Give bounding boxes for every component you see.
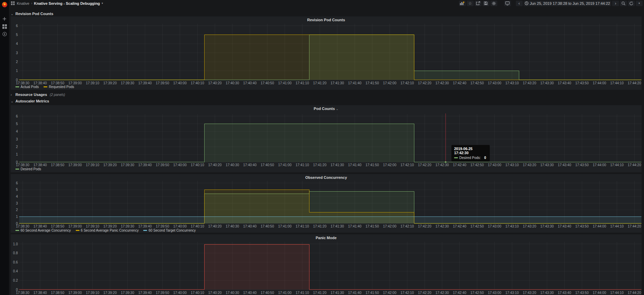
x-axis-label: 17:44:00 — [593, 291, 606, 295]
legend-series-label: Actual Pods — [21, 85, 39, 89]
breadcrumb-folder[interactable]: Knative — [17, 1, 29, 5]
tooltip-series-label: Desired Pods: — [459, 156, 481, 160]
x-axis-label: 17:40:00 — [173, 163, 187, 167]
dashboard-title[interactable]: Knative Serving - Scaling Debugging — [34, 1, 100, 5]
x-axis-label: 17:39:50 — [156, 291, 169, 295]
legend-series-dash — [44, 86, 47, 87]
x-axis-label: 17:39:00 — [69, 163, 82, 167]
top-navbar: Knative › Knative Serving - Scaling Debu… — [9, 0, 644, 7]
x-axis-label: 17:42:30 — [436, 224, 449, 228]
x-axis-label: 17:39:00 — [69, 291, 82, 295]
chart-canvas[interactable]: 012345617:38:3017:38:4017:38:5017:39:001… — [11, 16, 642, 90]
y-axis-label: 5 — [16, 188, 18, 192]
chart-canvas[interactable]: 012345617:38:3017:38:4017:38:5017:39:001… — [11, 174, 642, 233]
share-button[interactable] — [475, 1, 482, 6]
row-header-revision-pod-counts[interactable]: ⌄ Revision Pod Counts — [11, 11, 53, 16]
zoom-out-button[interactable] — [620, 1, 627, 6]
x-axis-label: 17:38:30 — [16, 224, 29, 228]
x-axis-label: 17:40:10 — [191, 163, 204, 167]
x-axis-label: 17:40:50 — [261, 163, 274, 167]
series-area — [19, 217, 642, 223]
panel-revision-pod-counts: 012345617:38:3017:38:4017:38:5017:39:001… — [11, 16, 642, 90]
y-axis-label: 3 — [16, 137, 18, 141]
legend-series-dash — [15, 230, 19, 231]
x-axis-label: 17:38:30 — [16, 291, 29, 295]
legend-item[interactable]: 60 Second Average Concurrency — [15, 229, 71, 232]
add-panel-button[interactable] — [459, 1, 466, 6]
x-axis-label: 17:41:50 — [366, 163, 379, 167]
time-range-picker[interactable]: Jun 25, 2019 17:38:28 to Jun 25, 2019 17… — [524, 1, 611, 6]
save-button[interactable] — [483, 1, 489, 6]
x-axis-label: 17:43:30 — [540, 291, 554, 295]
x-axis-label: 17:43:30 — [540, 224, 554, 228]
x-axis-label: 17:40:00 — [173, 81, 187, 85]
chart-canvas[interactable]: 012345617:38:3017:38:4017:38:5017:39:001… — [11, 105, 642, 172]
x-axis-label: 17:42:50 — [471, 81, 484, 85]
x-axis-label: 17:40:20 — [208, 163, 222, 167]
x-axis-label: 17:44:00 — [593, 163, 606, 167]
panel-title[interactable]: Revision Pod Counts — [11, 18, 642, 22]
x-axis-label: 17:38:50 — [51, 224, 64, 228]
cycle-view-mode-button[interactable] — [504, 1, 511, 6]
x-axis-label: 17:43:00 — [488, 163, 501, 167]
x-axis-label: 17:40:50 — [261, 291, 274, 295]
x-axis-label: 17:44:10 — [610, 163, 624, 167]
x-axis-label: 17:41:50 — [366, 81, 379, 85]
dashboards-icon[interactable] — [0, 23, 9, 30]
x-axis-label: 17:43:50 — [575, 291, 589, 295]
x-axis-label: 17:43:20 — [523, 224, 536, 228]
x-axis-label: 17:42:50 — [471, 163, 484, 167]
x-axis-label: 17:39:40 — [138, 163, 152, 167]
panel-title[interactable]: Panic Mode — [11, 236, 642, 240]
add-icon[interactable] — [0, 15, 9, 23]
x-axis-label: 17:40:30 — [226, 163, 239, 167]
x-axis-label: 17:42:00 — [383, 291, 397, 295]
x-axis-label: 17:38:50 — [51, 163, 64, 167]
legend-item[interactable]: 60 Second Target Concurrency — [143, 229, 196, 232]
time-step-forward-button[interactable]: › — [612, 1, 619, 6]
graph-tooltip: 2019-06-25 17:42:30 Desired Pods: 0 — [451, 145, 490, 161]
legend-item[interactable]: 6 Second Average Panic Concurrency — [76, 229, 139, 232]
refresh-interval-button[interactable]: ▾ — [636, 1, 643, 6]
x-axis-label: 17:38:50 — [51, 291, 64, 295]
x-axis-label: 17:42:50 — [471, 291, 484, 295]
y-axis-label: 2 — [16, 208, 18, 212]
legend-item[interactable]: Desired Pods — [15, 167, 41, 171]
dashboard-settings-button[interactable] — [490, 1, 497, 6]
x-axis-label: 17:42:10 — [401, 81, 414, 85]
row-header-autoscaler-metrics[interactable]: ⌄ Autoscaler Metrics — [11, 99, 49, 103]
x-axis-label: 17:41:00 — [278, 81, 292, 85]
dashboard-title-caret-icon[interactable]: ▾ — [102, 2, 103, 5]
crosshair-point — [445, 161, 446, 163]
x-axis-label: 17:41:00 — [278, 291, 292, 295]
x-axis-label: 17:39:30 — [121, 224, 134, 228]
panel-title[interactable]: Observed Concurrency — [11, 175, 642, 180]
legend-item[interactable]: Actual Pods — [15, 85, 39, 89]
legend-series-label: 6 Second Average Panic Concurrency — [81, 229, 139, 232]
legend-series-label: 60 Second Average Concurrency — [21, 229, 71, 232]
chart-canvas[interactable]: 00.20.40.60.81.017:38:3017:38:4017:38:50… — [11, 234, 642, 295]
y-axis-label: 1 — [16, 215, 18, 219]
explore-compass-icon[interactable] — [0, 30, 9, 38]
legend-item[interactable]: Requested Pods — [44, 85, 74, 89]
x-axis-label: 17:43:10 — [506, 81, 519, 85]
x-axis-label: 17:38:40 — [34, 163, 47, 167]
y-axis-label: 4 — [16, 130, 18, 133]
star-button[interactable]: ☆ — [467, 1, 474, 6]
refresh-button[interactable] — [628, 1, 635, 6]
x-axis-label: 17:44:00 — [593, 224, 606, 228]
x-axis-label: 17:39:10 — [86, 163, 99, 167]
x-axis-label: 17:43:50 — [575, 224, 589, 228]
y-axis-label: 1.0 — [13, 242, 18, 246]
legend-series-label: 60 Second Target Concurrency — [148, 229, 196, 232]
y-axis-label: 2 — [16, 145, 18, 149]
grafana-logo-icon[interactable] — [0, 1, 9, 8]
row-header-resource-usages[interactable]: › Resource Usages (2 panels) — [11, 92, 65, 97]
time-step-back-button[interactable]: ‹ — [516, 1, 523, 6]
panel-menu-caret-icon[interactable]: ⌄ — [336, 107, 339, 111]
x-axis-label: 17:43:30 — [540, 81, 554, 85]
x-axis-label: 17:44:10 — [610, 224, 624, 228]
x-axis-label: 17:43:00 — [488, 291, 501, 295]
x-axis-label: 17:41:00 — [278, 163, 292, 167]
panel-title[interactable]: Pod Counts⌄ — [11, 107, 642, 111]
